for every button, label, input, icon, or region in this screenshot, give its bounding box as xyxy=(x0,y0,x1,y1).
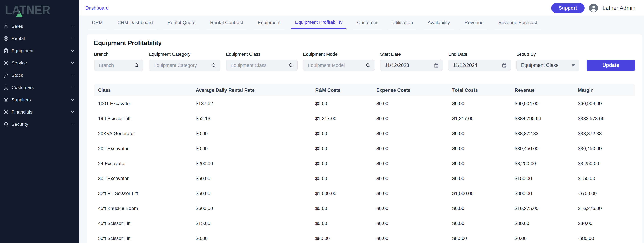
filter-start-date: Start Date11/12/2023 xyxy=(380,52,443,71)
tab-utilisation[interactable]: Utilisation xyxy=(388,16,417,29)
start-date-input[interactable]: 11/12/2023 xyxy=(380,60,443,71)
group-by-select[interactable]: Equipment Class xyxy=(516,60,579,71)
tab-customer[interactable]: Customer xyxy=(353,16,382,29)
calendar-icon[interactable] xyxy=(502,63,507,68)
end-date-input[interactable]: 11/12/2024 xyxy=(448,60,511,71)
search-icon[interactable] xyxy=(211,63,216,68)
cell-total-costs: $0.00 xyxy=(452,146,515,151)
filter-label: Equipment Model xyxy=(303,52,375,57)
cell-revenue: $300.00 xyxy=(515,191,578,196)
chevron-down-icon[interactable] xyxy=(70,98,75,102)
search-icon[interactable] xyxy=(288,63,294,68)
table-row-24-excavator[interactable]: 24 Excavator$200.00$0.00$0.00$0.00$3,250… xyxy=(94,156,635,171)
tab-crm[interactable]: CRM xyxy=(88,16,107,29)
sidebar-item-equipment[interactable]: Equipment xyxy=(0,45,79,57)
table-row-30t-excavator[interactable]: 30T Excavator$50.00$0.00$0.00$0.00$150.0… xyxy=(94,171,635,186)
table-row-45ft-knuckle-boom[interactable]: 45ft Knuckle Boom$600.00$0.00$0.00$0.00$… xyxy=(94,201,635,216)
financials-dollar-cycle-icon xyxy=(3,109,9,115)
search-icon[interactable] xyxy=(134,63,139,68)
cell-r-m-costs: $0.00 xyxy=(315,131,376,136)
chevron-down-icon[interactable] xyxy=(70,24,75,29)
support-button[interactable]: Support xyxy=(551,3,584,13)
cell-total-costs: $1,000.00 xyxy=(452,191,515,196)
tab-rental-contract[interactable]: Rental Contract xyxy=(206,16,247,29)
app-root: LATNER SalesRentalEquipmentServiceStockC… xyxy=(0,0,644,243)
chevron-down-icon[interactable] xyxy=(70,85,75,90)
cell-average-daily-rental-rate: $15.00 xyxy=(196,221,315,226)
chevron-down-icon[interactable] xyxy=(70,49,75,53)
cell-expense-costs: $0.00 xyxy=(376,116,452,121)
tab-revenue[interactable]: Revenue xyxy=(460,16,488,29)
chevron-down-icon[interactable] xyxy=(70,122,75,127)
cell-class: 24 Excavator xyxy=(98,161,196,166)
sidebar-item-stock[interactable]: Stock xyxy=(0,69,79,81)
sidebar-item-service[interactable]: Service xyxy=(0,57,79,69)
sidebar-item-label: Stock xyxy=(12,73,70,78)
sidebar-item-sales[interactable]: Sales xyxy=(0,20,79,32)
equipment-class-input[interactable]: Equipment Class xyxy=(226,60,298,71)
cell-total-costs: $0.00 xyxy=(452,206,515,211)
cell-r-m-costs: $80.00 xyxy=(315,236,376,241)
cell-total-costs: $0.00 xyxy=(452,131,515,136)
filter-group-by: Group ByEquipment Class xyxy=(516,52,579,71)
cell-r-m-costs: $1,217.00 xyxy=(315,116,376,121)
tab-rental-quote[interactable]: Rental Quote xyxy=(163,16,200,29)
cell-average-daily-rental-rate: $50.00 xyxy=(196,176,315,181)
chevron-down-icon[interactable] xyxy=(70,36,75,41)
chevron-down-icon[interactable] xyxy=(70,61,75,65)
sidebar-item-customers[interactable]: Customers xyxy=(0,81,79,94)
sidebar-item-financials[interactable]: Financials xyxy=(0,106,79,118)
table-row-20t-excavator[interactable]: 20T Excavator$0.00$0.00$0.00$0.00$30,450… xyxy=(94,141,635,156)
filter-label: Group By xyxy=(516,52,579,57)
tab-revenue-forecast[interactable]: Revenue Forecast xyxy=(494,16,541,29)
rental-account-icon xyxy=(3,36,9,41)
update-button[interactable]: Update xyxy=(586,60,635,71)
filter-equipment-class: Equipment ClassEquipment Class xyxy=(226,52,298,71)
table-row-45ft-scissor-lift[interactable]: 45ft Scissor Lift$15.00$0.00$0.00$0.00$8… xyxy=(94,216,635,231)
cell-average-daily-rental-rate: $0.00 xyxy=(196,236,315,241)
table-row-100t-excavator[interactable]: 100T Excavator$187.62$0.00$0.00$0.00$60,… xyxy=(94,96,635,111)
filter-label: End Date xyxy=(448,52,511,57)
main-column: Dashboard Support Latner Admin CRMCRM Da… xyxy=(79,0,644,243)
equipment-model-input[interactable]: Equipment Model xyxy=(303,60,375,71)
equipment-category-input[interactable]: Equipment Category xyxy=(149,60,220,71)
cell-revenue: $60,904.00 xyxy=(515,101,578,106)
cell-r-m-costs: $0.00 xyxy=(315,101,376,106)
chevron-down-icon[interactable] xyxy=(70,73,75,78)
cell-class: 30T Excavator xyxy=(98,176,196,181)
table-row-32ft-rt-scissor-lift[interactable]: 32ft RT Scissor Lift$50.00$1,000.00$0.00… xyxy=(94,186,635,201)
table-row-19ft-scissor-lift[interactable]: 19ft Scissor Lift$52.13$1,217.00$0.00$1,… xyxy=(94,111,635,126)
filter-equipment-category: Equipment CategoryEquipment Category xyxy=(149,52,220,71)
table-row-50ft-scissor-lift[interactable]: 50ft Scissor Lift$0.00$80.00$0.00$80.00$… xyxy=(94,231,635,243)
cell-margin: -$80.00 xyxy=(578,236,635,241)
chevron-down-icon[interactable] xyxy=(70,110,75,114)
cell-revenue: $38,872.33 xyxy=(515,131,578,136)
cell-average-daily-rental-rate: $600.00 xyxy=(196,206,315,211)
dashboard-link[interactable]: Dashboard xyxy=(85,5,108,11)
cell-class: 100T Excavator xyxy=(98,101,196,106)
tab-crm-dashboard[interactable]: CRM Dashboard xyxy=(113,16,157,29)
sidebar-item-label: Suppliers xyxy=(12,97,70,102)
search-icon[interactable] xyxy=(365,63,371,68)
sidebar-item-suppliers[interactable]: Suppliers xyxy=(0,94,79,106)
input-placeholder: Equipment Class xyxy=(230,63,266,68)
sidebar-item-security[interactable]: Security xyxy=(0,118,79,130)
sidebar-item-rental[interactable]: Rental xyxy=(0,32,79,45)
branch-input[interactable]: Branch xyxy=(94,60,143,71)
cell-expense-costs: $0.00 xyxy=(376,221,452,226)
cell-average-daily-rental-rate: $52.13 xyxy=(196,116,315,121)
filter-equipment-model: Equipment ModelEquipment Model xyxy=(303,52,375,71)
cell-margin: $150.00 xyxy=(578,176,635,181)
cell-expense-costs: $0.00 xyxy=(376,161,452,166)
table-row-20kva-generator[interactable]: 20KVA Generator$0.00$0.00$0.00$0.00$38,8… xyxy=(94,126,635,141)
column-header-average-daily-rental-rate: Average Daily Rental Rate xyxy=(196,88,315,93)
tab-equipment[interactable]: Equipment xyxy=(254,16,284,29)
user-avatar[interactable] xyxy=(589,4,598,13)
tab-availability[interactable]: Availability xyxy=(424,16,454,29)
update-wrap: Update xyxy=(585,60,635,71)
cell-expense-costs: $0.00 xyxy=(376,146,452,151)
calendar-icon[interactable] xyxy=(434,63,439,68)
cell-class: 20KVA Generator xyxy=(98,131,196,136)
tab-equipment-profitability[interactable]: Equipment Profitability xyxy=(291,16,347,29)
cell-revenue: $3,250.00 xyxy=(515,161,578,166)
